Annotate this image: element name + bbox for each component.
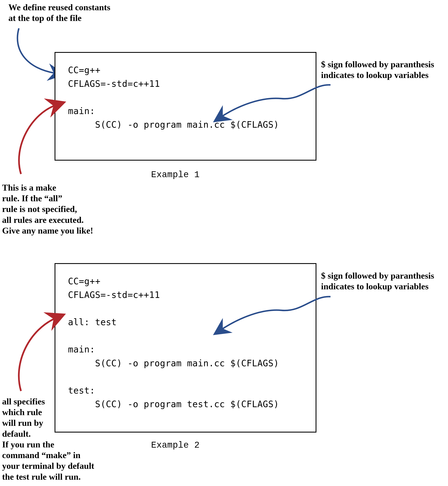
annotation-lookup-vars-2: $ sign followed by paranthesis indicates… xyxy=(321,270,434,292)
annotation-all-specifies: all specifies which rule will run by def… xyxy=(2,396,94,482)
annotation-make-rule: This is a make rule. If the “all” rule i… xyxy=(2,182,93,236)
code-example-2: CC=g++ CFLAGS=-std=c++11 all: test main:… xyxy=(68,274,307,411)
caption-example-2: Example 2 xyxy=(151,440,200,450)
annotation-define-constants: We define reused constants at the top of… xyxy=(8,2,110,24)
code-box-example-1: CC=g++ CFLAGS=-std=c++11 main: S(CC) -o … xyxy=(55,52,316,161)
annotation-lookup-vars-1: $ sign followed by paranthesis indicates… xyxy=(321,59,434,80)
caption-example-1: Example 1 xyxy=(151,170,200,180)
code-example-1: CC=g++ CFLAGS=-std=c++11 main: S(CC) -o … xyxy=(68,63,307,132)
